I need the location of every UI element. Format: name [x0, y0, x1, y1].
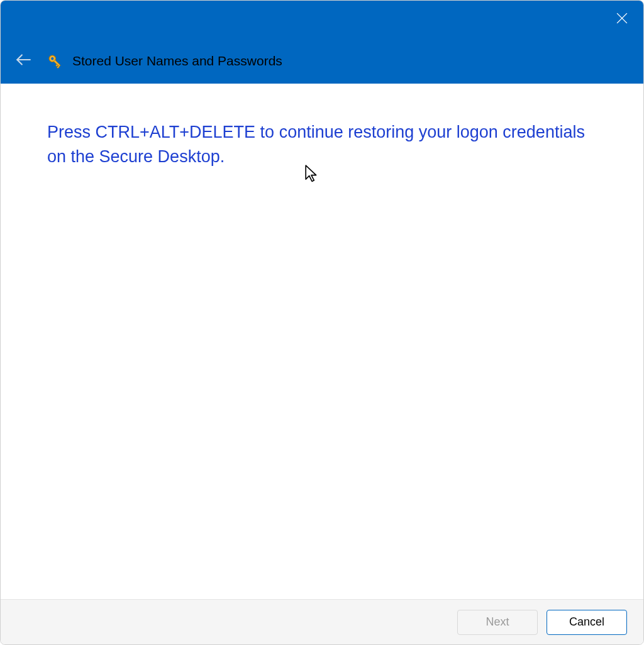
content-area: Press CTRL+ALT+DELETE to continue restor…: [1, 84, 643, 599]
close-icon: [616, 13, 628, 26]
next-button: Next: [457, 610, 538, 635]
back-arrow-icon: [15, 52, 31, 70]
back-button[interactable]: [13, 51, 33, 71]
titlebar: [1, 1, 643, 38]
close-button[interactable]: [609, 7, 635, 32]
instruction-text: Press CTRL+ALT+DELETE to continue restor…: [47, 120, 597, 169]
key-icon: [46, 52, 64, 70]
cancel-button[interactable]: Cancel: [547, 610, 627, 635]
footer-bar: Next Cancel: [1, 599, 643, 644]
header-row: Stored User Names and Passwords: [1, 38, 643, 84]
dialog-window: Stored User Names and Passwords Press CT…: [0, 0, 644, 645]
window-title: Stored User Names and Passwords: [72, 53, 282, 69]
svg-rect-6: [56, 64, 58, 67]
title-group: Stored User Names and Passwords: [46, 52, 282, 70]
